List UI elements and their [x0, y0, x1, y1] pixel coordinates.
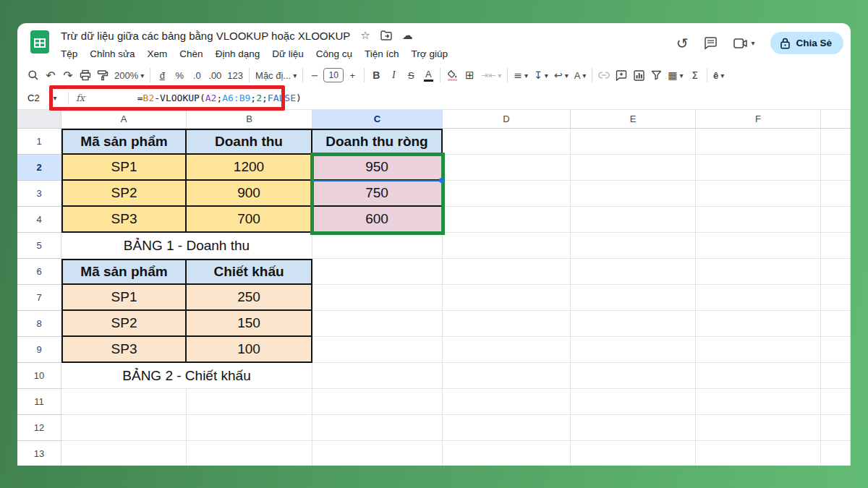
cell-G3[interactable] [821, 181, 851, 207]
cell-F8[interactable] [696, 311, 821, 337]
cell-B7[interactable]: 250 [187, 285, 312, 311]
cell-B11[interactable] [187, 389, 312, 415]
undo-button[interactable]: ↶ [42, 66, 59, 85]
font-size-input[interactable]: 10 [323, 68, 344, 82]
increase-font-size-button[interactable]: + [344, 66, 361, 85]
cell-G6[interactable] [821, 259, 851, 285]
cell-F11[interactable] [696, 389, 821, 415]
cell-G8[interactable] [821, 311, 851, 337]
name-box-dropdown-icon[interactable]: ▾ [46, 94, 64, 102]
row-header-6[interactable]: 6 [17, 259, 61, 285]
row-header-11[interactable]: 11 [17, 389, 61, 415]
cell-B12[interactable] [187, 415, 312, 441]
cell-E6[interactable] [571, 259, 696, 285]
cell-D10[interactable] [443, 363, 571, 389]
row-header-12[interactable]: 12 [17, 415, 61, 441]
cloud-status-icon[interactable]: ☁ [402, 30, 413, 41]
cell-G12[interactable] [821, 415, 851, 441]
version-history-icon[interactable]: ↺ [676, 36, 689, 51]
borders-button[interactable]: ⊞ [461, 66, 478, 85]
cell-A12[interactable] [61, 415, 187, 441]
cell-F1[interactable] [696, 129, 821, 155]
cell-F5[interactable] [696, 233, 821, 259]
cell-C6[interactable] [312, 259, 443, 285]
cell-F10[interactable] [696, 363, 821, 389]
insert-chart-button[interactable] [630, 66, 647, 85]
cell-D3[interactable] [443, 181, 571, 207]
cell-E12[interactable] [571, 415, 696, 441]
meet-button[interactable]: ▾ [733, 38, 754, 48]
row-header-10[interactable]: 10 [17, 363, 61, 389]
cell-D2[interactable] [443, 155, 571, 181]
cell-G1[interactable] [821, 129, 851, 155]
menu-format[interactable]: Định dạng [216, 48, 260, 59]
row-header-3[interactable]: 3 [17, 181, 61, 207]
cell-D11[interactable] [443, 389, 571, 415]
functions-button[interactable]: Σ [686, 66, 704, 85]
row-header-13[interactable]: 13 [17, 441, 61, 466]
cell-G7[interactable] [821, 285, 851, 311]
share-button[interactable]: Chia Sẻ [770, 32, 843, 54]
cell-A3[interactable]: SP2 [61, 181, 187, 207]
text-color-button[interactable]: A [420, 66, 437, 85]
cell-A2[interactable]: SP1 [61, 155, 187, 181]
cell-D4[interactable] [443, 207, 571, 233]
column-header-F[interactable]: F [696, 110, 821, 129]
cell-G4[interactable] [821, 207, 851, 233]
text-wrap-button[interactable]: ↩▾ [551, 66, 571, 85]
italic-button[interactable]: I [385, 66, 402, 85]
cell-C7[interactable] [312, 285, 443, 311]
star-icon[interactable]: ☆ [360, 30, 370, 41]
insert-link-button[interactable] [595, 66, 613, 85]
cell-G2[interactable] [821, 155, 851, 181]
cell-C9[interactable] [312, 337, 443, 363]
cell-D8[interactable] [443, 311, 571, 337]
cell-F9[interactable] [696, 337, 821, 363]
cell-E1[interactable] [571, 129, 696, 155]
comments-icon[interactable] [704, 37, 718, 50]
cell-A9[interactable]: SP3 [61, 337, 187, 363]
text-rotation-button[interactable]: A▾ [571, 66, 590, 85]
cell-E9[interactable] [571, 337, 696, 363]
cell-E7[interactable] [571, 285, 696, 311]
cell-E2[interactable] [571, 155, 696, 181]
cell-D7[interactable] [443, 285, 571, 311]
cell-C10[interactable] [312, 363, 443, 389]
cell-B1[interactable]: Doanh thu [187, 129, 312, 155]
redo-button[interactable]: ↷ [59, 66, 77, 85]
row-header-8[interactable]: 8 [17, 311, 61, 337]
horizontal-align-button[interactable]: ≡▾ [511, 66, 531, 85]
cell-C13[interactable] [312, 441, 443, 466]
row-header-5[interactable]: 5 [17, 233, 61, 259]
cell-F2[interactable] [696, 155, 821, 181]
menu-extensions[interactable]: Tiện ích [365, 48, 399, 59]
cell-E11[interactable] [571, 389, 696, 415]
cell-B6[interactable]: Chiết khấu [187, 259, 312, 285]
cell-B9[interactable]: 100 [187, 337, 312, 363]
cell-G9[interactable] [821, 337, 851, 363]
row-header-4[interactable]: 4 [17, 207, 61, 233]
cell-E8[interactable] [571, 311, 696, 337]
cell-D9[interactable] [443, 337, 571, 363]
column-header-C[interactable]: C [312, 110, 443, 129]
insert-comment-button[interactable] [613, 66, 630, 85]
cell-G10[interactable] [821, 363, 851, 389]
merge-cells-button[interactable]: ⇥⇤▾ [478, 66, 504, 85]
row-header-7[interactable]: 7 [17, 285, 61, 311]
cell-C11[interactable] [312, 389, 443, 415]
table-views-button[interactable]: ▦▾ [665, 66, 686, 85]
row-header-1[interactable]: 1 [17, 129, 61, 155]
document-title[interactable]: Trừ dữ liệu giữa các bảng bằng VLOOKUP h… [61, 30, 350, 42]
cell-D6[interactable] [443, 259, 571, 285]
menu-data[interactable]: Dữ liệu [272, 48, 304, 59]
decrease-font-size-button[interactable]: − [306, 66, 323, 85]
column-header-E[interactable]: E [571, 110, 696, 129]
vertical-align-button[interactable]: ↧▾ [531, 66, 551, 85]
input-tools-button[interactable]: ê▾ [710, 66, 728, 85]
column-header-D[interactable]: D [443, 110, 571, 129]
menu-file[interactable]: Tệp [61, 48, 77, 59]
cell-A7[interactable]: SP1 [61, 285, 187, 311]
cell-A4[interactable]: SP3 [61, 207, 187, 233]
search-button[interactable] [25, 66, 42, 85]
menu-edit[interactable]: Chỉnh sửa [90, 48, 135, 59]
